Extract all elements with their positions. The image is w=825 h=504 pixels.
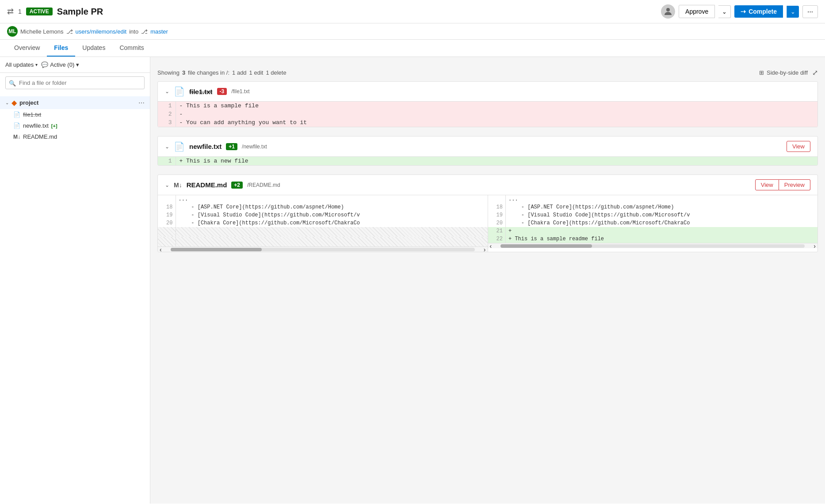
tree-file-newfiletxt[interactable]: 📄 newfile.txt [+]	[0, 120, 150, 131]
folder-more-icon[interactable]: ⋯	[138, 99, 145, 106]
comment-icon: 💬	[41, 61, 48, 68]
line-code: + This is a sample readme file	[506, 235, 818, 243]
line-num: 20	[488, 219, 506, 227]
table-row: 19 - [Visual Studio Code](https://github…	[488, 211, 818, 219]
scrollbar-thumb-right	[500, 244, 592, 248]
table-row: 18 - [ASP.NET Core](https://github.com/a…	[158, 203, 488, 211]
line-code: - [Chakra Core](https://github.com/Micro…	[176, 219, 488, 227]
diff-table-newfiletxt: 1 + This is a new file	[158, 157, 817, 165]
line-code: +	[506, 227, 818, 235]
branch-from-link[interactable]: users/milemons/edit	[76, 28, 127, 35]
search-input[interactable]	[5, 76, 145, 89]
preview-button-readmemd[interactable]: Preview	[779, 179, 810, 190]
stats-bar: Showing 3 file changes in /: 1 add 1 edi…	[157, 64, 818, 81]
collapse-icon-readmemd[interactable]: ⌄	[165, 182, 169, 188]
collapse-icon-file1txt[interactable]: ⌄	[165, 88, 169, 95]
scrollbar-track-left[interactable]	[171, 248, 475, 251]
diff-table-file1txt: 1 - This is a sample file 2 - 3 - You ca…	[158, 102, 817, 127]
line-num: 18	[488, 203, 506, 211]
diff-filename-readmemd: README.md	[187, 181, 227, 189]
diff-content-newfiletxt: 1 + This is a new file	[158, 157, 817, 165]
complete-dropdown-button[interactable]: ⌄	[787, 6, 799, 18]
file-search-box: 🔍	[5, 76, 145, 89]
main-layout: All updates ▾ 💬 Active (0) ▾ 🔍 ⌄ ◆ proje…	[0, 57, 825, 504]
side-by-side-icon: ⊞	[759, 69, 764, 76]
table-row: 2 -	[158, 110, 817, 118]
line-num: 1	[158, 157, 176, 165]
collapse-icon-newfiletxt[interactable]: ⌄	[165, 144, 169, 150]
branch-icon-to: ⎇	[141, 28, 148, 35]
line-num: 19	[158, 211, 176, 219]
expand-icon[interactable]: ⤢	[812, 68, 818, 77]
branch-icon-from: ⎇	[66, 28, 73, 35]
approve-dropdown-button[interactable]: ⌄	[718, 5, 731, 18]
header-actions: Approve ⌄ ⇢ Complete ⌄ ⋯	[661, 4, 818, 19]
diff-filename-file1txt: file1.txt	[189, 88, 213, 95]
diff-content-file1txt: 1 - This is a sample file 2 - 3 - You ca…	[158, 102, 817, 127]
diff-path-newfiletxt: /newfile.txt	[242, 144, 267, 150]
view-button-readmemd[interactable]: View	[755, 179, 779, 190]
scroll-right-arrow[interactable]: ›	[482, 246, 488, 252]
line-code: - [Chakra Core](https://github.com/Micro…	[506, 219, 818, 227]
line-num: 21	[488, 227, 506, 235]
diff-header-readmemd: ⌄ M↓ README.md +2 /README.md View Previe…	[158, 175, 817, 195]
comment-arrow-icon: ▾	[76, 61, 79, 68]
scrollbar-thumb-left	[171, 248, 262, 251]
file-badge-new: [+]	[51, 123, 57, 129]
file-icon: 📄	[13, 122, 20, 129]
tree-file-readmemd[interactable]: M↓ README.md	[0, 131, 150, 142]
branch-to-link[interactable]: master	[150, 28, 168, 35]
tab-files[interactable]: Files	[47, 40, 75, 57]
line-code: - [Visual Studio Code](https://github.co…	[506, 211, 818, 219]
filter-label: All updates	[5, 61, 34, 68]
diff-badge-readmemd: +2	[231, 182, 243, 189]
line-code: + This is a new file	[176, 157, 817, 165]
sidebar: All updates ▾ 💬 Active (0) ▾ 🔍 ⌄ ◆ proje…	[0, 57, 150, 504]
file-icon-file1txt: 📄	[174, 86, 185, 97]
active-comments-filter[interactable]: 💬 Active (0) ▾	[41, 61, 79, 68]
tree-folder-project[interactable]: ⌄ ◆ project ⋯	[0, 96, 150, 109]
author-avatar: ML	[7, 26, 18, 37]
scroll-left-arrow-right[interactable]: ‹	[488, 243, 494, 250]
diff-left-readmemd: ... 18 - [ASP.NET Core](https://github.c…	[158, 195, 488, 252]
line-code: ...	[506, 195, 818, 203]
tree-file-file1txt[interactable]: 📄 file1.txt	[0, 109, 150, 120]
table-row	[158, 227, 488, 237]
scroll-area-right: ‹ ›	[488, 243, 818, 248]
table-row: 18 - [ASP.NET Core](https://github.com/a…	[488, 203, 818, 211]
side-by-side-toggle[interactable]: ⊞ Side-by-side diff	[759, 69, 808, 76]
table-row: ...	[488, 195, 818, 203]
table-row: ...	[158, 195, 488, 203]
view-button-newfiletxt[interactable]: View	[787, 141, 810, 152]
delete-count: 1 delete	[266, 69, 286, 76]
all-updates-filter[interactable]: All updates ▾	[5, 61, 38, 68]
filter-arrow-icon: ▾	[35, 62, 38, 67]
line-code: - [Visual Studio Code](https://github.co…	[176, 211, 488, 219]
line-num: 20	[158, 219, 176, 227]
file-tree: ⌄ ◆ project ⋯ 📄 file1.txt 📄 newfile.txt …	[0, 93, 150, 504]
add-count: 1 add	[232, 69, 247, 76]
diff-badge-newfiletxt: +1	[226, 143, 237, 150]
scroll-left-arrow[interactable]: ‹	[158, 246, 164, 252]
line-num	[158, 195, 176, 203]
complete-button[interactable]: ⇢ Complete	[734, 5, 783, 18]
diff-table-right: ... 18 - [ASP.NET Core](https://github.c…	[488, 195, 818, 243]
line-num	[158, 237, 176, 246]
tabs: Overview Files Updates Commits	[0, 40, 825, 57]
diff-path-readmemd: /README.md	[247, 182, 280, 188]
tab-updates[interactable]: Updates	[75, 40, 112, 57]
table-row: 3 - You can add anything you want to it	[158, 118, 817, 127]
scroll-right-arrow-right[interactable]: ›	[812, 243, 817, 250]
more-button[interactable]: ⋯	[802, 5, 818, 18]
stats-right: ⊞ Side-by-side diff ⤢	[759, 68, 818, 77]
file-name-file1txt: file1.txt	[23, 111, 41, 118]
diff-filename-newfiletxt: newfile.txt	[189, 143, 222, 150]
changes-text: file changes in /:	[188, 69, 229, 76]
avatar	[661, 4, 675, 19]
sub-header: ML Michelle Lemons ⎇ users/milemons/edit…	[0, 23, 825, 40]
approve-button[interactable]: Approve	[679, 5, 715, 18]
scrollbar-track-right[interactable]	[500, 244, 805, 248]
tab-overview[interactable]: Overview	[7, 40, 47, 57]
tree-group-project: ⌄ ◆ project ⋯ 📄 file1.txt 📄 newfile.txt …	[0, 95, 150, 144]
tab-commits[interactable]: Commits	[112, 40, 151, 57]
